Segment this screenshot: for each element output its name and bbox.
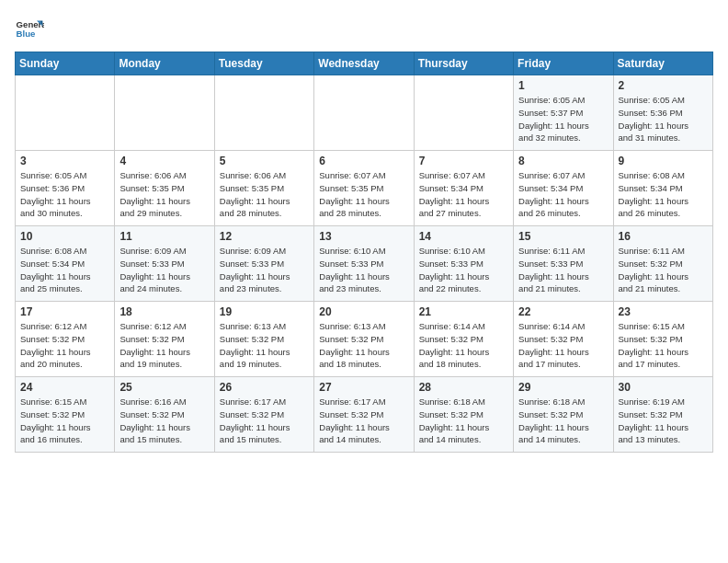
day-number: 6 [319, 155, 408, 167]
weekday-header-tuesday: Tuesday [214, 52, 313, 75]
day-number: 17 [20, 305, 109, 318]
day-number: 16 [619, 230, 708, 243]
calendar-cell [214, 75, 313, 151]
day-info: Sunrise: 6:18 AM Sunset: 5:32 PM Dayligh… [419, 396, 508, 446]
day-info: Sunrise: 6:08 AM Sunset: 5:34 PM Dayligh… [619, 169, 708, 220]
day-number: 1 [518, 79, 608, 92]
day-info: Sunrise: 6:16 AM Sunset: 5:32 PM Dayligh… [119, 396, 209, 446]
day-info: Sunrise: 6:13 AM Sunset: 5:32 PM Dayligh… [319, 320, 408, 371]
day-info: Sunrise: 6:13 AM Sunset: 5:32 PM Dayligh… [220, 320, 309, 371]
day-info: Sunrise: 6:07 AM Sunset: 5:34 PM Dayligh… [518, 169, 608, 220]
calendar-cell: 9Sunrise: 6:08 AM Sunset: 5:34 PM Daylig… [613, 151, 712, 226]
day-number: 25 [119, 381, 209, 394]
day-number: 10 [20, 230, 109, 243]
calendar-cell: 5Sunrise: 6:06 AM Sunset: 5:35 PM Daylig… [214, 151, 313, 226]
day-info: Sunrise: 6:11 AM Sunset: 5:33 PM Dayligh… [518, 245, 608, 295]
calendar-cell: 4Sunrise: 6:06 AM Sunset: 5:35 PM Daylig… [115, 151, 214, 226]
day-info: Sunrise: 6:12 AM Sunset: 5:32 PM Dayligh… [20, 320, 109, 371]
day-info: Sunrise: 6:14 AM Sunset: 5:32 PM Dayligh… [419, 320, 508, 371]
calendar-cell: 8Sunrise: 6:07 AM Sunset: 5:34 PM Daylig… [514, 151, 613, 226]
weekday-header-sunday: Sunday [16, 52, 115, 75]
calendar-cell: 7Sunrise: 6:07 AM Sunset: 5:34 PM Daylig… [414, 151, 513, 226]
weekday-header-friday: Friday [514, 52, 613, 75]
day-info: Sunrise: 6:07 AM Sunset: 5:35 PM Dayligh… [319, 169, 408, 220]
logo-icon: General Blue [15, 15, 44, 44]
day-info: Sunrise: 6:08 AM Sunset: 5:34 PM Dayligh… [20, 245, 109, 295]
day-info: Sunrise: 6:11 AM Sunset: 5:32 PM Dayligh… [619, 245, 708, 295]
weekday-header-thursday: Thursday [414, 52, 513, 75]
day-info: Sunrise: 6:06 AM Sunset: 5:35 PM Dayligh… [119, 169, 209, 220]
day-number: 29 [518, 381, 608, 394]
day-number: 5 [220, 155, 309, 167]
day-number: 14 [419, 230, 508, 243]
day-info: Sunrise: 6:17 AM Sunset: 5:32 PM Dayligh… [220, 396, 309, 446]
calendar-cell: 30Sunrise: 6:19 AM Sunset: 5:32 PM Dayli… [613, 377, 712, 453]
day-number: 24 [20, 381, 109, 394]
calendar-cell: 3Sunrise: 6:05 AM Sunset: 5:36 PM Daylig… [16, 151, 115, 226]
calendar-week-row: 3Sunrise: 6:05 AM Sunset: 5:36 PM Daylig… [16, 151, 713, 226]
day-number: 26 [220, 381, 309, 394]
calendar-week-row: 24Sunrise: 6:15 AM Sunset: 5:32 PM Dayli… [16, 377, 713, 453]
calendar-cell [115, 75, 214, 151]
calendar-cell: 12Sunrise: 6:09 AM Sunset: 5:33 PM Dayli… [214, 226, 313, 302]
calendar-cell: 28Sunrise: 6:18 AM Sunset: 5:32 PM Dayli… [414, 377, 513, 453]
calendar-table: SundayMondayTuesdayWednesdayThursdayFrid… [15, 52, 713, 453]
calendar-cell: 6Sunrise: 6:07 AM Sunset: 5:35 PM Daylig… [314, 151, 414, 226]
calendar-cell: 13Sunrise: 6:10 AM Sunset: 5:33 PM Dayli… [314, 226, 414, 302]
calendar-cell: 1Sunrise: 6:05 AM Sunset: 5:37 PM Daylig… [514, 75, 613, 151]
calendar-cell: 11Sunrise: 6:09 AM Sunset: 5:33 PM Dayli… [115, 226, 214, 302]
day-number: 22 [518, 305, 608, 318]
calendar-cell: 14Sunrise: 6:10 AM Sunset: 5:33 PM Dayli… [414, 226, 513, 302]
day-number: 28 [419, 381, 508, 394]
calendar-week-row: 17Sunrise: 6:12 AM Sunset: 5:32 PM Dayli… [16, 302, 713, 377]
day-info: Sunrise: 6:06 AM Sunset: 5:35 PM Dayligh… [220, 169, 309, 220]
calendar-cell: 22Sunrise: 6:14 AM Sunset: 5:32 PM Dayli… [514, 302, 613, 377]
day-info: Sunrise: 6:15 AM Sunset: 5:32 PM Dayligh… [619, 320, 708, 371]
calendar-cell: 17Sunrise: 6:12 AM Sunset: 5:32 PM Dayli… [16, 302, 115, 377]
day-number: 12 [220, 230, 309, 243]
day-info: Sunrise: 6:12 AM Sunset: 5:32 PM Dayligh… [119, 320, 209, 371]
day-info: Sunrise: 6:19 AM Sunset: 5:32 PM Dayligh… [619, 396, 708, 446]
calendar-cell: 29Sunrise: 6:18 AM Sunset: 5:32 PM Dayli… [514, 377, 613, 453]
calendar-cell: 15Sunrise: 6:11 AM Sunset: 5:33 PM Dayli… [514, 226, 613, 302]
day-number: 30 [619, 381, 708, 394]
calendar-cell: 16Sunrise: 6:11 AM Sunset: 5:32 PM Dayli… [613, 226, 712, 302]
calendar-cell: 18Sunrise: 6:12 AM Sunset: 5:32 PM Dayli… [115, 302, 214, 377]
day-info: Sunrise: 6:05 AM Sunset: 5:37 PM Dayligh… [518, 94, 608, 144]
day-info: Sunrise: 6:05 AM Sunset: 5:36 PM Dayligh… [619, 94, 708, 144]
calendar-week-row: 10Sunrise: 6:08 AM Sunset: 5:34 PM Dayli… [16, 226, 713, 302]
day-number: 18 [119, 305, 209, 318]
day-number: 9 [619, 155, 708, 167]
calendar-cell: 10Sunrise: 6:08 AM Sunset: 5:34 PM Dayli… [16, 226, 115, 302]
day-info: Sunrise: 6:17 AM Sunset: 5:32 PM Dayligh… [319, 396, 408, 446]
day-info: Sunrise: 6:14 AM Sunset: 5:32 PM Dayligh… [518, 320, 608, 371]
day-number: 23 [619, 305, 708, 318]
day-number: 8 [518, 155, 608, 167]
day-number: 19 [220, 305, 309, 318]
day-info: Sunrise: 6:07 AM Sunset: 5:34 PM Dayligh… [419, 169, 508, 220]
weekday-header-saturday: Saturday [613, 52, 712, 75]
page-header: General Blue [15, 15, 713, 44]
calendar-cell: 21Sunrise: 6:14 AM Sunset: 5:32 PM Dayli… [414, 302, 513, 377]
day-info: Sunrise: 6:18 AM Sunset: 5:32 PM Dayligh… [518, 396, 608, 446]
day-info: Sunrise: 6:10 AM Sunset: 5:33 PM Dayligh… [319, 245, 408, 295]
day-number: 4 [119, 155, 209, 167]
day-number: 15 [518, 230, 608, 243]
day-number: 13 [319, 230, 408, 243]
calendar-body: 1Sunrise: 6:05 AM Sunset: 5:37 PM Daylig… [16, 75, 713, 453]
calendar-cell [414, 75, 513, 151]
weekday-header-row: SundayMondayTuesdayWednesdayThursdayFrid… [16, 52, 713, 75]
day-info: Sunrise: 6:09 AM Sunset: 5:33 PM Dayligh… [119, 245, 209, 295]
calendar-cell: 19Sunrise: 6:13 AM Sunset: 5:32 PM Dayli… [214, 302, 313, 377]
day-info: Sunrise: 6:05 AM Sunset: 5:36 PM Dayligh… [20, 169, 109, 220]
calendar-cell: 25Sunrise: 6:16 AM Sunset: 5:32 PM Dayli… [115, 377, 214, 453]
day-info: Sunrise: 6:10 AM Sunset: 5:33 PM Dayligh… [419, 245, 508, 295]
svg-text:Blue: Blue [17, 29, 36, 39]
day-number: 3 [20, 155, 109, 167]
day-number: 21 [419, 305, 508, 318]
day-number: 27 [319, 381, 408, 394]
day-info: Sunrise: 6:15 AM Sunset: 5:32 PM Dayligh… [20, 396, 109, 446]
calendar-cell [314, 75, 414, 151]
calendar-cell: 23Sunrise: 6:15 AM Sunset: 5:32 PM Dayli… [613, 302, 712, 377]
calendar-cell: 26Sunrise: 6:17 AM Sunset: 5:32 PM Dayli… [214, 377, 313, 453]
